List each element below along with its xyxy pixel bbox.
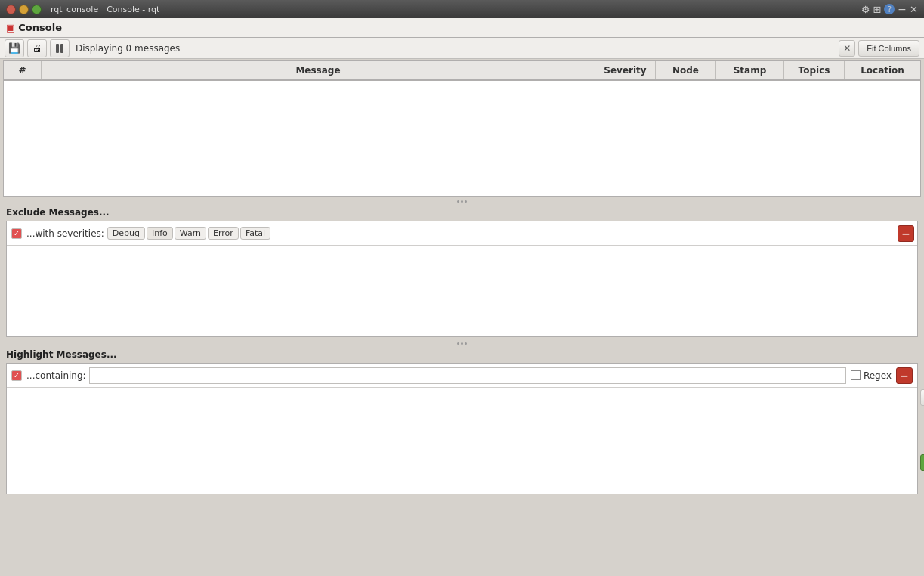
- window-minimize-icon[interactable]: −: [898, 3, 907, 15]
- highlight-filter-row: ✓ ...containing: Regex −: [7, 364, 917, 388]
- exclude-checkbox[interactable]: ✓: [11, 228, 22, 239]
- minimize-button[interactable]: [19, 5, 29, 14]
- fit-btn-area: ✕ Fit Columns: [839, 40, 919, 57]
- save-button[interactable]: 💾: [5, 39, 24, 57]
- highlight-section-wrapper: ✓ ...containing: Regex − 🖌 +: [3, 363, 921, 494]
- print-button[interactable]: 🖨: [27, 39, 47, 57]
- col-header-num: #: [4, 61, 42, 79]
- col-header-stamp: Stamp: [716, 61, 784, 79]
- exclude-section-wrapper: ✓ ...with severities: Debug Info Warn Er…: [3, 221, 921, 337]
- highlight-label: ...containing:: [26, 370, 86, 381]
- exclude-filter-row: ✓ ...with severities: Debug Info Warn Er…: [7, 221, 917, 246]
- title-bar: rqt_console__Console - rqt ⚙ ⊞ ? − ✕: [0, 0, 924, 18]
- print-icon: 🖨: [32, 42, 42, 54]
- window-title: rqt_console__Console - rqt: [51, 5, 159, 14]
- console-icon: ▣: [6, 22, 15, 33]
- window-close-icon[interactable]: ✕: [910, 4, 918, 15]
- col-header-topics: Topics: [784, 61, 845, 79]
- splitter-handle-2: [457, 342, 467, 345]
- save-icon: 💾: [8, 42, 20, 54]
- highlight-palette-button[interactable]: 🖌: [920, 389, 924, 406]
- close-button[interactable]: [6, 5, 16, 14]
- sev-debug[interactable]: Debug: [107, 227, 145, 240]
- regex-label: Regex: [864, 370, 892, 381]
- minus-icon-highlight: −: [900, 370, 909, 382]
- app-title-bar: ▣ Console: [0, 18, 924, 38]
- exclude-filter-box: ✓ ...with severities: Debug Info Warn Er…: [6, 221, 918, 337]
- splitter-handle: [457, 200, 467, 203]
- pause-button[interactable]: [50, 39, 70, 57]
- exclude-filter-body: [7, 246, 917, 336]
- col-header-location: Location: [845, 61, 920, 79]
- message-count: Displaying 0 messages: [76, 43, 180, 54]
- exclude-label: ...with severities:: [26, 228, 104, 239]
- severity-tags: Debug Info Warn Error Fatal: [107, 227, 270, 240]
- toolbar-icons: 💾 🖨: [5, 39, 70, 57]
- splitter-bottom[interactable]: [0, 340, 924, 346]
- col-header-node: Node: [656, 61, 716, 79]
- settings-icon-2[interactable]: ⊞: [873, 4, 881, 15]
- col-header-message: Message: [42, 61, 595, 79]
- col-header-severity: Severity: [595, 61, 656, 79]
- minus-icon: −: [901, 228, 910, 240]
- highlight-filter-body: 🖌 +: [7, 388, 917, 494]
- exclude-remove-button[interactable]: −: [898, 225, 914, 242]
- pause-icon: [56, 44, 63, 53]
- sev-info[interactable]: Info: [147, 227, 173, 240]
- highlight-input[interactable]: [89, 367, 846, 384]
- highlight-checkbox[interactable]: ✓: [11, 370, 22, 381]
- sev-error[interactable]: Error: [208, 227, 239, 240]
- exclude-section-header: Exclude Messages...: [0, 204, 924, 221]
- highlight-remove-button[interactable]: −: [896, 367, 913, 384]
- fit-columns-button[interactable]: Fit Columns: [858, 40, 919, 57]
- app-title: Console: [18, 22, 62, 33]
- clear-button[interactable]: ✕: [839, 40, 855, 57]
- regex-area: Regex: [851, 370, 892, 381]
- maximize-button[interactable]: [32, 5, 42, 14]
- highlight-section-header: Highlight Messages...: [0, 346, 924, 363]
- table-body: [4, 81, 920, 196]
- message-table: # Message Severity Node Stamp Topics Loc…: [3, 60, 921, 197]
- sev-fatal[interactable]: Fatal: [240, 227, 270, 240]
- sev-warn[interactable]: Warn: [175, 227, 206, 240]
- table-header: # Message Severity Node Stamp Topics Loc…: [4, 61, 920, 81]
- question-icon[interactable]: ?: [884, 4, 895, 14]
- regex-checkbox[interactable]: [851, 370, 861, 380]
- gear-icon[interactable]: ⚙: [861, 4, 870, 15]
- highlight-add-button[interactable]: +: [920, 454, 924, 471]
- toolbar: 💾 🖨 Displaying 0 messages ✕ Fit Columns: [0, 38, 924, 59]
- highlight-filter-box: ✓ ...containing: Regex − 🖌 +: [6, 363, 918, 494]
- window-controls[interactable]: [6, 5, 42, 14]
- splitter-top[interactable]: [0, 198, 924, 204]
